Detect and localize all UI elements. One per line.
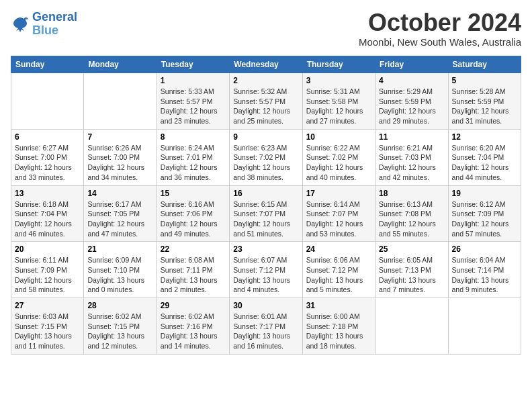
day-number: 12 — [452, 132, 517, 142]
day-detail: Sunrise: 6:27 AMSunset: 7:00 PMDaylight:… — [15, 143, 80, 183]
day-detail: Sunrise: 5:33 AMSunset: 5:57 PMDaylight:… — [161, 87, 226, 126]
day-number: 8 — [161, 132, 226, 142]
day-number: 16 — [233, 189, 298, 198]
day-detail: Sunrise: 6:18 AMSunset: 7:04 PMDaylight:… — [15, 199, 80, 239]
day-detail: Sunrise: 6:20 AMSunset: 7:04 PMDaylight:… — [452, 143, 517, 183]
day-detail: Sunrise: 5:29 AMSunset: 5:59 PMDaylight:… — [379, 87, 444, 126]
title-block: October 2024 Moonbi, New South Wales, Au… — [359, 11, 521, 48]
day-detail: Sunrise: 5:28 AMSunset: 5:59 PMDaylight:… — [452, 87, 517, 126]
calendar-cell: 20Sunrise: 6:11 AMSunset: 7:09 PMDayligh… — [11, 242, 84, 298]
day-detail: Sunrise: 5:31 AMSunset: 5:58 PMDaylight:… — [306, 87, 371, 126]
day-number: 21 — [87, 244, 152, 254]
calendar-cell — [375, 298, 448, 355]
day-number: 9 — [233, 132, 298, 142]
day-number: 4 — [379, 76, 444, 85]
calendar-cell: 10Sunrise: 6:22 AMSunset: 7:02 PMDayligh… — [302, 129, 375, 185]
day-detail: Sunrise: 6:06 AMSunset: 7:12 PMDaylight:… — [306, 255, 371, 295]
col-sunday: Sunday — [11, 56, 84, 73]
day-detail: Sunrise: 5:32 AMSunset: 5:57 PMDaylight:… — [233, 87, 298, 126]
col-monday: Monday — [84, 56, 157, 73]
day-number: 6 — [15, 132, 80, 142]
day-number: 15 — [161, 189, 226, 198]
day-number: 13 — [15, 189, 80, 198]
calendar-cell: 9Sunrise: 6:23 AMSunset: 7:02 PMDaylight… — [230, 129, 302, 185]
calendar-cell: 29Sunrise: 6:02 AMSunset: 7:16 PMDayligh… — [157, 298, 229, 355]
day-detail: Sunrise: 6:17 AMSunset: 7:05 PMDaylight:… — [87, 199, 152, 239]
calendar-cell — [11, 73, 84, 130]
calendar-table: Sunday Monday Tuesday Wednesday Thursday… — [11, 56, 521, 355]
day-detail: Sunrise: 6:05 AMSunset: 7:13 PMDaylight:… — [379, 255, 444, 295]
day-detail: Sunrise: 6:02 AMSunset: 7:16 PMDaylight:… — [161, 312, 226, 351]
day-number: 30 — [233, 301, 298, 310]
day-detail: Sunrise: 6:26 AMSunset: 7:00 PMDaylight:… — [87, 143, 152, 183]
calendar-cell: 1Sunrise: 5:33 AMSunset: 5:57 PMDaylight… — [157, 73, 229, 130]
calendar-cell: 18Sunrise: 6:13 AMSunset: 7:08 PMDayligh… — [375, 185, 448, 242]
day-number: 27 — [15, 301, 80, 310]
calendar-cell: 19Sunrise: 6:12 AMSunset: 7:09 PMDayligh… — [448, 185, 521, 242]
calendar-cell: 13Sunrise: 6:18 AMSunset: 7:04 PMDayligh… — [11, 185, 84, 242]
calendar-week-2: 6Sunrise: 6:27 AMSunset: 7:00 PMDaylight… — [11, 129, 521, 185]
calendar-cell: 17Sunrise: 6:14 AMSunset: 7:07 PMDayligh… — [302, 185, 375, 242]
day-detail: Sunrise: 6:13 AMSunset: 7:08 PMDaylight:… — [379, 199, 444, 239]
calendar-cell: 16Sunrise: 6:15 AMSunset: 7:07 PMDayligh… — [230, 185, 302, 242]
calendar-cell: 14Sunrise: 6:17 AMSunset: 7:05 PMDayligh… — [84, 185, 157, 242]
col-friday: Friday — [375, 56, 448, 73]
page-header: General Blue October 2024 Moonbi, New So… — [11, 11, 521, 48]
calendar-cell: 23Sunrise: 6:07 AMSunset: 7:12 PMDayligh… — [230, 242, 302, 298]
day-number: 11 — [379, 132, 444, 142]
calendar-week-1: 1Sunrise: 5:33 AMSunset: 5:57 PMDaylight… — [11, 73, 521, 130]
day-number: 31 — [306, 301, 371, 310]
day-detail: Sunrise: 6:23 AMSunset: 7:02 PMDaylight:… — [233, 143, 298, 183]
day-detail: Sunrise: 6:21 AMSunset: 7:03 PMDaylight:… — [379, 143, 444, 183]
calendar-cell: 28Sunrise: 6:02 AMSunset: 7:15 PMDayligh… — [84, 298, 157, 355]
calendar-cell: 5Sunrise: 5:28 AMSunset: 5:59 PMDaylight… — [448, 73, 521, 130]
calendar-cell: 2Sunrise: 5:32 AMSunset: 5:57 PMDaylight… — [230, 73, 302, 130]
logo: General Blue — [11, 11, 77, 38]
day-number: 14 — [87, 189, 152, 198]
calendar-cell: 6Sunrise: 6:27 AMSunset: 7:00 PMDaylight… — [11, 129, 84, 185]
col-thursday: Thursday — [302, 56, 375, 73]
day-detail: Sunrise: 6:00 AMSunset: 7:18 PMDaylight:… — [306, 312, 371, 351]
calendar-cell: 12Sunrise: 6:20 AMSunset: 7:04 PMDayligh… — [448, 129, 521, 185]
col-wednesday: Wednesday — [230, 56, 302, 73]
calendar-cell: 7Sunrise: 6:26 AMSunset: 7:00 PMDaylight… — [84, 129, 157, 185]
day-number: 28 — [87, 301, 152, 310]
day-number: 19 — [452, 189, 517, 198]
col-saturday: Saturday — [448, 56, 521, 73]
logo-text: General Blue — [32, 11, 77, 38]
logo-bird-icon — [11, 15, 30, 34]
day-detail: Sunrise: 6:11 AMSunset: 7:09 PMDaylight:… — [15, 255, 80, 295]
calendar-cell: 22Sunrise: 6:08 AMSunset: 7:11 PMDayligh… — [157, 242, 229, 298]
day-detail: Sunrise: 6:15 AMSunset: 7:07 PMDaylight:… — [233, 199, 298, 239]
day-number: 24 — [306, 244, 371, 254]
day-detail: Sunrise: 6:01 AMSunset: 7:17 PMDaylight:… — [233, 312, 298, 351]
calendar-week-3: 13Sunrise: 6:18 AMSunset: 7:04 PMDayligh… — [11, 185, 521, 242]
day-detail: Sunrise: 6:24 AMSunset: 7:01 PMDaylight:… — [161, 143, 226, 183]
month-title: October 2024 — [359, 11, 521, 35]
day-number: 25 — [379, 244, 444, 254]
day-detail: Sunrise: 6:09 AMSunset: 7:10 PMDaylight:… — [87, 255, 152, 295]
calendar-cell — [448, 298, 521, 355]
calendar-cell: 11Sunrise: 6:21 AMSunset: 7:03 PMDayligh… — [375, 129, 448, 185]
day-detail: Sunrise: 6:12 AMSunset: 7:09 PMDaylight:… — [452, 199, 517, 239]
day-detail: Sunrise: 6:03 AMSunset: 7:15 PMDaylight:… — [15, 312, 80, 351]
calendar-week-4: 20Sunrise: 6:11 AMSunset: 7:09 PMDayligh… — [11, 242, 521, 298]
day-detail: Sunrise: 6:16 AMSunset: 7:06 PMDaylight:… — [161, 199, 226, 239]
day-detail: Sunrise: 6:08 AMSunset: 7:11 PMDaylight:… — [161, 255, 226, 295]
day-number: 18 — [379, 189, 444, 198]
day-number: 20 — [15, 244, 80, 254]
day-number: 7 — [87, 132, 152, 142]
day-detail: Sunrise: 6:02 AMSunset: 7:15 PMDaylight:… — [87, 312, 152, 351]
calendar-week-5: 27Sunrise: 6:03 AMSunset: 7:15 PMDayligh… — [11, 298, 521, 355]
calendar-cell: 31Sunrise: 6:00 AMSunset: 7:18 PMDayligh… — [302, 298, 375, 355]
calendar-cell: 15Sunrise: 6:16 AMSunset: 7:06 PMDayligh… — [157, 185, 229, 242]
header-row: Sunday Monday Tuesday Wednesday Thursday… — [11, 56, 521, 73]
day-detail: Sunrise: 6:22 AMSunset: 7:02 PMDaylight:… — [306, 143, 371, 183]
day-number: 3 — [306, 76, 371, 85]
day-detail: Sunrise: 6:14 AMSunset: 7:07 PMDaylight:… — [306, 199, 371, 239]
day-number: 22 — [161, 244, 226, 254]
calendar-cell: 8Sunrise: 6:24 AMSunset: 7:01 PMDaylight… — [157, 129, 229, 185]
calendar-cell: 25Sunrise: 6:05 AMSunset: 7:13 PMDayligh… — [375, 242, 448, 298]
calendar-cell: 4Sunrise: 5:29 AMSunset: 5:59 PMDaylight… — [375, 73, 448, 130]
calendar-cell: 26Sunrise: 6:04 AMSunset: 7:14 PMDayligh… — [448, 242, 521, 298]
